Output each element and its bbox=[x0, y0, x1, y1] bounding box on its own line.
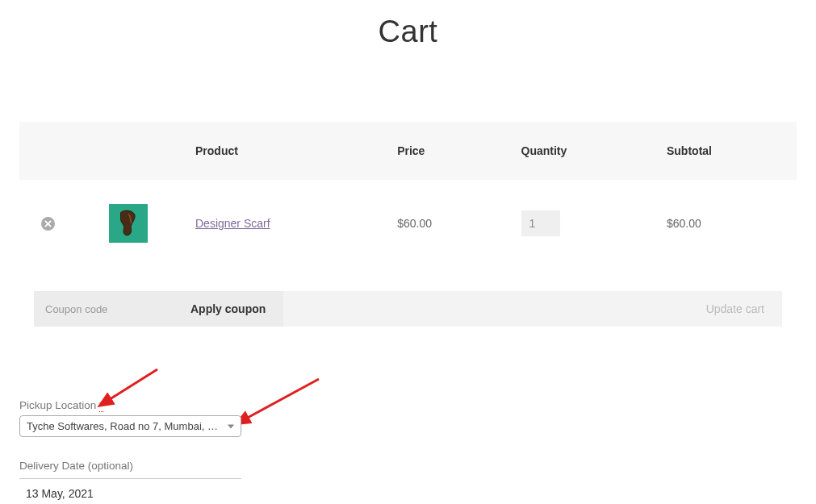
page-title: Cart bbox=[0, 15, 816, 49]
product-name-link[interactable]: Designer Scarf bbox=[195, 217, 270, 230]
cart-table: Product Price Quantity Subtotal bbox=[19, 122, 797, 351]
cell-price: $60.00 bbox=[383, 180, 506, 267]
delivery-date-label: Delivery Date (optional) bbox=[19, 460, 241, 479]
close-icon bbox=[44, 220, 52, 227]
update-cart-button: Update cart bbox=[688, 291, 782, 327]
col-subtotal: Subtotal bbox=[652, 122, 797, 180]
col-price: Price bbox=[383, 122, 506, 180]
apply-coupon-button[interactable]: Apply coupon bbox=[173, 291, 283, 327]
pickup-label-text: Pickup Location bbox=[19, 399, 99, 411]
quantity-input[interactable] bbox=[521, 210, 560, 236]
product-thumbnail[interactable] bbox=[109, 204, 148, 243]
cart-container: Product Price Quantity Subtotal bbox=[0, 122, 816, 351]
col-quantity: Quantity bbox=[507, 122, 652, 180]
cart-row: Designer Scarf $60.00 $60.00 bbox=[19, 180, 797, 267]
remove-item-button[interactable] bbox=[41, 217, 55, 231]
required-mark: * bbox=[99, 399, 103, 412]
coupon-code-input[interactable] bbox=[34, 291, 173, 327]
actions-row: Apply coupon Update cart bbox=[19, 267, 797, 351]
actions-bar: Apply coupon Update cart bbox=[34, 291, 782, 327]
col-remove bbox=[19, 122, 76, 180]
col-thumb bbox=[76, 122, 181, 180]
delivery-date-input[interactable]: 13 May, 2021 bbox=[19, 479, 241, 503]
delivery-form: Pickup Location * Tyche Softwares, Road … bbox=[0, 399, 274, 504]
cell-subtotal: $60.00 bbox=[652, 180, 797, 267]
col-product: Product bbox=[181, 122, 383, 180]
pickup-location-select[interactable]: Tyche Softwares, Road no 7, Mumbai, … bbox=[19, 415, 241, 437]
pickup-location-label: Pickup Location * bbox=[19, 399, 255, 411]
svg-line-3 bbox=[245, 379, 319, 419]
scarf-icon bbox=[113, 208, 144, 239]
svg-line-2 bbox=[107, 369, 157, 401]
delivery-date-field: Delivery Date (optional) 13 May, 2021 bbox=[19, 460, 241, 503]
